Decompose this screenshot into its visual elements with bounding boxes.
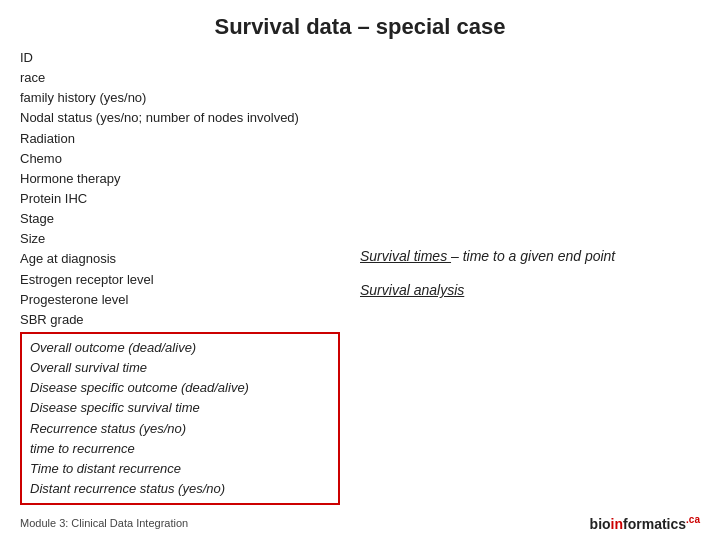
list-item: Hormone therapy xyxy=(20,169,340,189)
main-content: IDracefamily history (yes/no)Nodal statu… xyxy=(20,48,700,505)
list-item: ID xyxy=(20,48,340,68)
list-item: Overall outcome (dead/alive) xyxy=(30,338,330,358)
list-item: Recurrence status (yes/no) xyxy=(30,419,330,439)
list-item: Protein IHC xyxy=(20,189,340,209)
list-item: Age at diagnosis xyxy=(20,249,340,269)
footer-brand: bioinformatics.ca xyxy=(590,514,700,532)
list-item: Stage xyxy=(20,209,340,229)
survival-times-block: Survival times – time to a given end poi… xyxy=(360,248,700,264)
list-item: Distant recurrence status (yes/no) xyxy=(30,479,330,499)
page-container: Survival data – special case IDracefamil… xyxy=(0,0,720,540)
footer-brand-formatics: formatics xyxy=(623,516,686,532)
boxed-items-list: Overall outcome (dead/alive)Overall surv… xyxy=(20,332,340,505)
footer: Module 3: Clinical Data Integration bioi… xyxy=(0,514,720,532)
list-item: time to recurrence xyxy=(30,439,330,459)
list-item: SBR grade xyxy=(20,310,340,330)
list-item: Nodal status (yes/no; number of nodes in… xyxy=(20,108,340,128)
list-item: Chemo xyxy=(20,149,340,169)
list-item: Size xyxy=(20,229,340,249)
list-item: race xyxy=(20,68,340,88)
list-item: Estrogen receptor level xyxy=(20,270,340,290)
survival-times-text: Survival times – time to a given end poi… xyxy=(360,248,615,264)
survival-times-underlined: Survival times xyxy=(360,248,451,264)
normal-items-list: IDracefamily history (yes/no)Nodal statu… xyxy=(20,48,340,330)
survival-analysis-text: Survival analysis xyxy=(360,282,464,298)
left-column: IDracefamily history (yes/no)Nodal statu… xyxy=(20,48,340,505)
survival-times-suffix: – time to a given end point xyxy=(451,248,615,264)
footer-brand-info: in xyxy=(611,516,623,532)
survival-analysis-block: Survival analysis xyxy=(360,282,700,298)
list-item: family history (yes/no) xyxy=(20,88,340,108)
list-item: Radiation xyxy=(20,129,340,149)
list-item: Progesterone level xyxy=(20,290,340,310)
list-item: Disease specific survival time xyxy=(30,398,330,418)
footer-module-label: Module 3: Clinical Data Integration xyxy=(20,517,188,529)
list-item: Overall survival time xyxy=(30,358,330,378)
footer-brand-ca: .ca xyxy=(686,514,700,525)
footer-brand-bio: bio xyxy=(590,516,611,532)
list-item: Disease specific outcome (dead/alive) xyxy=(30,378,330,398)
page-title: Survival data – special case xyxy=(20,10,700,40)
right-column: Survival times – time to a given end poi… xyxy=(360,48,700,298)
list-item: Time to distant recurrence xyxy=(30,459,330,479)
